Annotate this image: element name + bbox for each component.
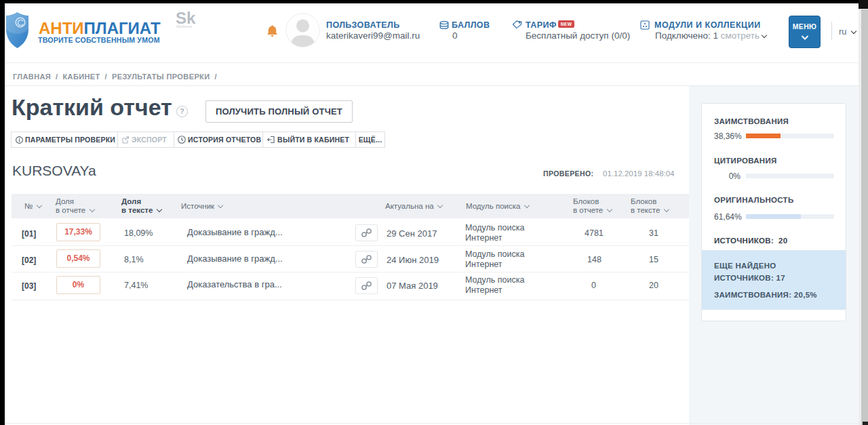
svg-text:C: C <box>17 18 24 28</box>
